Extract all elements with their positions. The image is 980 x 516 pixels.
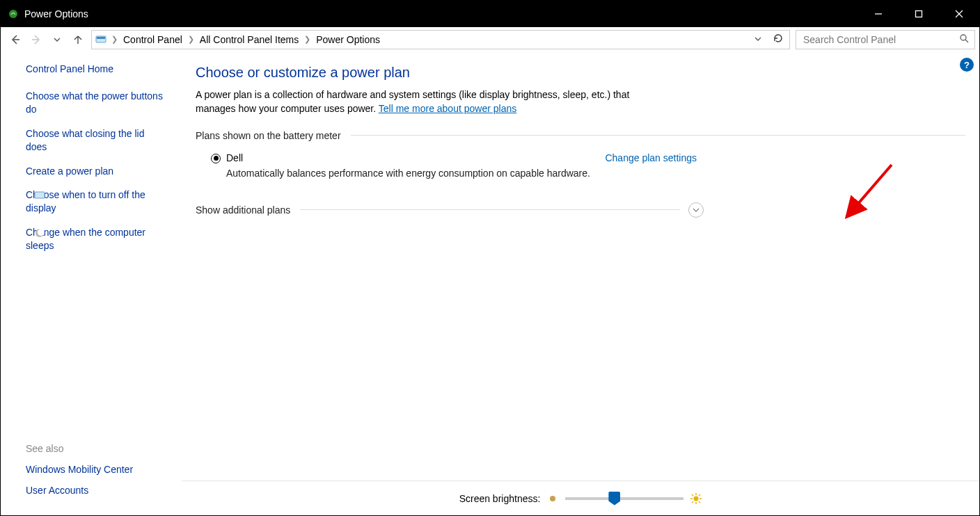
annotation-arrow bbox=[836, 161, 899, 230]
plan-description: Automatically balances performance with … bbox=[226, 168, 591, 179]
divider bbox=[351, 135, 965, 136]
breadcrumb-mid[interactable]: All Control Panel Items bbox=[198, 34, 300, 45]
additional-plans-label: Show additional plans bbox=[196, 204, 300, 216]
expand-additional-button[interactable] bbox=[688, 202, 704, 218]
recent-dropdown[interactable] bbox=[47, 29, 68, 50]
svg-point-9 bbox=[961, 35, 966, 40]
chevron-right-icon: ❯ bbox=[107, 35, 122, 44]
see-also-accounts[interactable]: User Accounts bbox=[26, 485, 133, 496]
svg-rect-2 bbox=[916, 11, 922, 17]
sidebar-link-lid[interactable]: Choose what closing the lid does bbox=[26, 127, 165, 154]
sun-bright-icon bbox=[690, 493, 702, 504]
refresh-button[interactable] bbox=[767, 33, 787, 46]
app-icon bbox=[8, 8, 19, 19]
svg-line-22 bbox=[699, 501, 700, 503]
see-also-title: See also bbox=[26, 443, 133, 454]
address-bar[interactable]: ❯ Control Panel ❯ All Control Panel Item… bbox=[91, 30, 790, 49]
svg-line-14 bbox=[848, 165, 892, 215]
svg-line-21 bbox=[692, 494, 693, 496]
breadcrumb-leaf[interactable]: Power Options bbox=[315, 34, 381, 45]
close-button[interactable] bbox=[939, 1, 979, 27]
window-title: Power Options bbox=[24, 8, 88, 19]
sidebar-link-sleeps[interactable]: Change when the computer sleeps bbox=[26, 226, 165, 252]
back-button[interactable] bbox=[5, 29, 26, 50]
help-button[interactable]: ? bbox=[960, 58, 974, 72]
plan-radio-selected[interactable] bbox=[211, 154, 221, 163]
maximize-button[interactable] bbox=[899, 1, 939, 27]
forward-button[interactable] bbox=[26, 29, 47, 50]
sidebar: Control Panel Home Choose what the power… bbox=[1, 52, 182, 515]
up-button[interactable] bbox=[68, 29, 88, 50]
chevron-down-icon bbox=[692, 206, 700, 214]
moon-icon bbox=[34, 227, 45, 239]
brightness-slider[interactable] bbox=[565, 497, 683, 500]
breadcrumb-root[interactable]: Control Panel bbox=[122, 34, 184, 45]
sidebar-home-link[interactable]: Control Panel Home bbox=[26, 63, 175, 74]
svg-rect-8 bbox=[97, 37, 105, 39]
page-description: A power plan is a collection of hardware… bbox=[196, 88, 669, 116]
page-title: Choose or customize a power plan bbox=[196, 65, 965, 81]
svg-line-24 bbox=[692, 501, 693, 503]
sidebar-link-power-buttons[interactable]: Choose what the power buttons do bbox=[26, 90, 165, 116]
chevron-right-icon: ❯ bbox=[300, 35, 315, 44]
minimize-button[interactable] bbox=[858, 1, 899, 27]
plan-name: Dell bbox=[226, 152, 591, 163]
search-input[interactable] bbox=[802, 33, 959, 46]
tell-me-more-link[interactable]: Tell me more about power plans bbox=[379, 103, 516, 114]
title-bar: Power Options bbox=[1, 1, 979, 27]
search-box[interactable] bbox=[796, 30, 975, 49]
divider bbox=[300, 209, 680, 210]
display-icon bbox=[34, 190, 45, 201]
plans-header: Plans shown on the battery meter bbox=[196, 130, 351, 141]
svg-point-16 bbox=[694, 496, 699, 501]
control-panel-icon bbox=[95, 33, 107, 46]
svg-line-10 bbox=[965, 40, 968, 42]
chevron-right-icon: ❯ bbox=[184, 35, 198, 44]
svg-line-23 bbox=[699, 494, 700, 496]
slider-thumb[interactable] bbox=[608, 492, 620, 506]
change-plan-settings-link[interactable]: Change plan settings bbox=[605, 152, 697, 163]
content-area: ? Choose or customize a power plan A pow… bbox=[182, 52, 979, 515]
brightness-footer: Screen brightness: bbox=[182, 481, 979, 515]
toolbar: ❯ Control Panel ❯ All Control Panel Item… bbox=[1, 27, 979, 52]
plan-row: Dell Automatically balances performance … bbox=[196, 141, 697, 179]
svg-point-15 bbox=[550, 496, 555, 501]
see-also: See also Windows Mobility Center User Ac… bbox=[26, 443, 133, 506]
sun-dim-icon bbox=[547, 493, 558, 504]
svg-rect-11 bbox=[35, 192, 45, 198]
brightness-label: Screen brightness: bbox=[459, 493, 541, 504]
sidebar-link-create-plan[interactable]: Create a power plan bbox=[26, 165, 165, 178]
search-icon bbox=[959, 33, 969, 45]
svg-point-0 bbox=[9, 10, 17, 18]
address-dropdown[interactable] bbox=[752, 35, 764, 44]
svg-point-13 bbox=[38, 229, 45, 236]
sidebar-link-display-off[interactable]: Choose when to turn off the display bbox=[26, 188, 165, 215]
see-also-mobility[interactable]: Windows Mobility Center bbox=[26, 464, 133, 475]
